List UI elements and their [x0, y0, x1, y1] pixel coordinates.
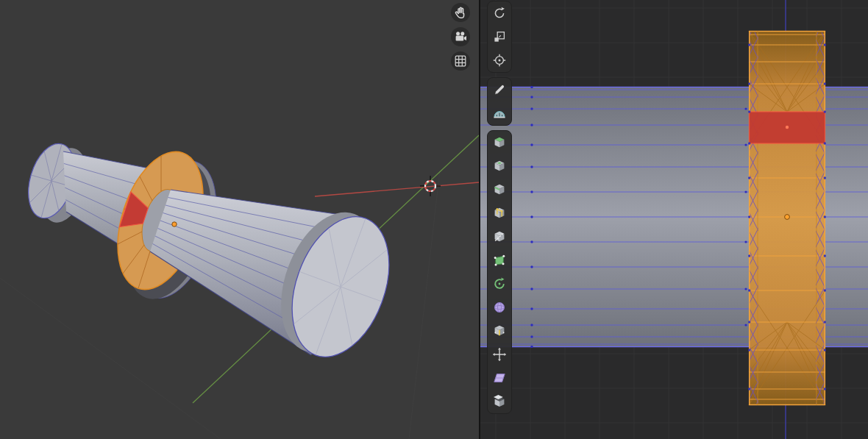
- transform-icon: [492, 53, 507, 68]
- edge-slide-icon: [492, 324, 507, 338]
- right-viewport-canvas[interactable]: [480, 0, 868, 439]
- knife-icon: [492, 229, 507, 244]
- toggle-projection-button[interactable]: [451, 51, 470, 71]
- bevel-icon: [492, 182, 507, 197]
- protractor-icon: [492, 106, 507, 121]
- rip-region-tool[interactable]: [488, 390, 511, 413]
- rotate-view-tool[interactable]: [488, 2, 511, 24]
- poly-build-tool[interactable]: [488, 249, 511, 271]
- rip-region-icon: [492, 394, 507, 409]
- loop-cut-icon: [492, 206, 507, 221]
- shrink-fatten-tool[interactable]: [488, 343, 511, 365]
- hand-icon: [453, 5, 468, 20]
- camera-view-button[interactable]: [451, 27, 470, 46]
- edit-toolbar: [487, 1, 512, 414]
- scale-icon: [492, 29, 507, 44]
- poly-build-icon: [492, 253, 507, 268]
- tool-group: [487, 77, 512, 126]
- inset-icon: [492, 159, 507, 174]
- left-viewport-canvas[interactable]: [0, 0, 479, 439]
- ring-side-faces-right: [816, 32, 825, 404]
- shear-tool[interactable]: [488, 367, 511, 389]
- measure-tool[interactable]: [488, 102, 511, 124]
- bevel-tool[interactable]: [488, 179, 511, 201]
- knife-tool[interactable]: [488, 226, 511, 248]
- spin-tool[interactable]: [488, 273, 511, 295]
- loop-cut-tool[interactable]: [488, 202, 511, 224]
- nav-gizmo-column: [451, 3, 470, 71]
- grid-icon: [453, 54, 468, 68]
- annotate-tool[interactable]: [488, 79, 511, 101]
- selected-ring-ortho[interactable]: [748, 31, 826, 405]
- pencil-icon: [492, 82, 507, 97]
- edge-slide-tool[interactable]: [488, 320, 511, 342]
- right-viewport[interactable]: [480, 0, 868, 439]
- blender-window: [0, 0, 868, 439]
- extrude-region-tool[interactable]: [488, 132, 511, 154]
- ring-side-faces-left: [749, 32, 758, 404]
- shear-icon: [492, 371, 507, 385]
- scale-tool[interactable]: [488, 26, 511, 48]
- camera-icon: [453, 29, 468, 44]
- tool-group: [487, 1, 512, 73]
- smooth-tool[interactable]: [488, 296, 511, 318]
- active-face-dot: [786, 126, 789, 129]
- smooth-icon: [492, 300, 507, 315]
- spin-icon: [492, 276, 507, 291]
- inset-faces-tool[interactable]: [488, 155, 511, 177]
- transform-tool[interactable]: [488, 49, 511, 71]
- left-viewport[interactable]: [0, 0, 479, 439]
- object-origin: [172, 222, 177, 226]
- extrude-icon: [492, 135, 507, 150]
- rotate-icon: [492, 6, 507, 21]
- move-arrows-icon: [492, 347, 507, 362]
- object-origin-ortho: [785, 215, 790, 220]
- tool-group: [487, 130, 512, 414]
- move-view-button[interactable]: [451, 3, 470, 22]
